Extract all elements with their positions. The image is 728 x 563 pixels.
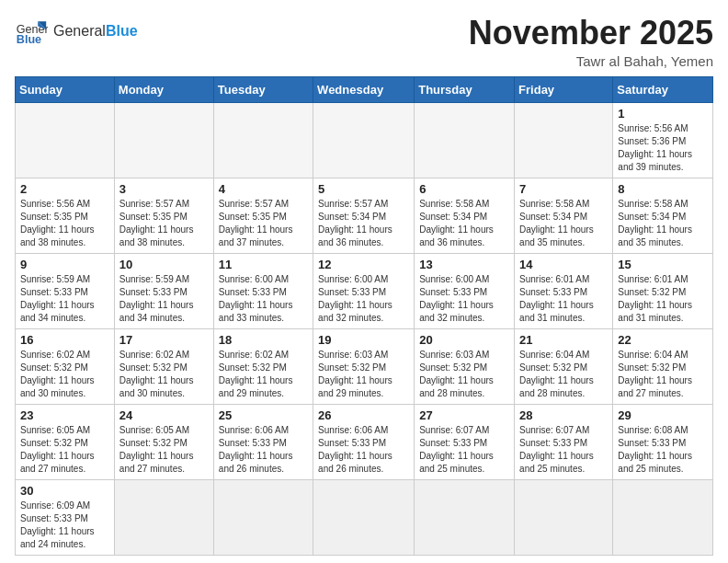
empty-cell: [415, 479, 515, 555]
logo-text: GeneralBlue: [53, 23, 138, 40]
day-18: 18 Sunrise: 6:02 AMSunset: 5:32 PMDaylig…: [213, 328, 313, 404]
day-22: 22 Sunrise: 6:04 AMSunset: 5:32 PMDaylig…: [613, 328, 713, 404]
day-24: 24 Sunrise: 6:05 AMSunset: 5:32 PMDaylig…: [114, 404, 213, 479]
day-27: 27 Sunrise: 6:07 AMSunset: 5:33 PMDaylig…: [415, 404, 515, 479]
empty-cell: [515, 479, 613, 555]
day-3: 3 Sunrise: 5:57 AMSunset: 5:35 PMDayligh…: [114, 178, 213, 253]
day-1: 1 Sunrise: 5:56 AMSunset: 5:36 PMDayligh…: [613, 102, 713, 178]
empty-cell: [16, 102, 115, 178]
day-13: 13 Sunrise: 6:00 AMSunset: 5:33 PMDaylig…: [415, 253, 515, 328]
day-21: 21 Sunrise: 6:04 AMSunset: 5:32 PMDaylig…: [515, 328, 613, 404]
empty-cell: [114, 102, 213, 178]
day-15: 15 Sunrise: 6:01 AMSunset: 5:32 PMDaylig…: [613, 253, 713, 328]
day-10: 10 Sunrise: 5:59 AMSunset: 5:33 PMDaylig…: [114, 253, 213, 328]
empty-cell: [613, 479, 713, 555]
empty-cell: [313, 102, 415, 178]
day-9: 9 Sunrise: 5:59 AMSunset: 5:33 PMDayligh…: [16, 253, 115, 328]
week-row-5: 23 Sunrise: 6:05 AMSunset: 5:32 PMDaylig…: [16, 404, 713, 479]
header-saturday: Saturday: [613, 76, 713, 102]
week-row-4: 16 Sunrise: 6:02 AMSunset: 5:32 PMDaylig…: [16, 328, 713, 404]
day-16: 16 Sunrise: 6:02 AMSunset: 5:32 PMDaylig…: [16, 328, 115, 404]
day-19: 19 Sunrise: 6:03 AMSunset: 5:32 PMDaylig…: [313, 328, 415, 404]
day-29: 29 Sunrise: 6:08 AMSunset: 5:33 PMDaylig…: [613, 404, 713, 479]
logo-icon: General Blue: [15, 15, 48, 48]
calendar-table: Sunday Monday Tuesday Wednesday Thursday…: [15, 76, 713, 556]
day-4: 4 Sunrise: 5:57 AMSunset: 5:35 PMDayligh…: [213, 178, 313, 253]
day-8: 8 Sunrise: 5:58 AMSunset: 5:34 PMDayligh…: [613, 178, 713, 253]
empty-cell: [415, 102, 515, 178]
header-friday: Friday: [515, 76, 613, 102]
svg-text:Blue: Blue: [17, 33, 41, 46]
day-30: 30 Sunrise: 6:09 AMSunset: 5:33 PMDaylig…: [16, 479, 115, 555]
day-23: 23 Sunrise: 6:05 AMSunset: 5:32 PMDaylig…: [16, 404, 115, 479]
logo: General Blue GeneralBlue: [15, 15, 138, 48]
day-20: 20 Sunrise: 6:03 AMSunset: 5:32 PMDaylig…: [415, 328, 515, 404]
day-17: 17 Sunrise: 6:02 AMSunset: 5:32 PMDaylig…: [114, 328, 213, 404]
week-row-6: 30 Sunrise: 6:09 AMSunset: 5:33 PMDaylig…: [16, 479, 713, 555]
month-title: November 2025: [469, 15, 713, 52]
week-row-1: 1 Sunrise: 5:56 AMSunset: 5:36 PMDayligh…: [16, 102, 713, 178]
empty-cell: [515, 102, 613, 178]
empty-cell: [213, 479, 313, 555]
weekday-header-row: Sunday Monday Tuesday Wednesday Thursday…: [16, 76, 713, 102]
page-header: General Blue GeneralBlue November 2025 T…: [15, 15, 713, 69]
header-sunday: Sunday: [16, 76, 115, 102]
header-thursday: Thursday: [415, 76, 515, 102]
week-row-3: 9 Sunrise: 5:59 AMSunset: 5:33 PMDayligh…: [16, 253, 713, 328]
day-6: 6 Sunrise: 5:58 AMSunset: 5:34 PMDayligh…: [415, 178, 515, 253]
day-28: 28 Sunrise: 6:07 AMSunset: 5:33 PMDaylig…: [515, 404, 613, 479]
day-7: 7 Sunrise: 5:58 AMSunset: 5:34 PMDayligh…: [515, 178, 613, 253]
day-12: 12 Sunrise: 6:00 AMSunset: 5:33 PMDaylig…: [313, 253, 415, 328]
location: Tawr al Bahah, Yemen: [469, 53, 713, 69]
week-row-2: 2 Sunrise: 5:56 AMSunset: 5:35 PMDayligh…: [16, 178, 713, 253]
header-wednesday: Wednesday: [313, 76, 415, 102]
header-tuesday: Tuesday: [213, 76, 313, 102]
day-11: 11 Sunrise: 6:00 AMSunset: 5:33 PMDaylig…: [213, 253, 313, 328]
header-monday: Monday: [114, 76, 213, 102]
day-25: 25 Sunrise: 6:06 AMSunset: 5:33 PMDaylig…: [213, 404, 313, 479]
day-5: 5 Sunrise: 5:57 AMSunset: 5:34 PMDayligh…: [313, 178, 415, 253]
empty-cell: [313, 479, 415, 555]
day-14: 14 Sunrise: 6:01 AMSunset: 5:33 PMDaylig…: [515, 253, 613, 328]
empty-cell: [213, 102, 313, 178]
title-area: November 2025 Tawr al Bahah, Yemen: [469, 15, 713, 69]
day-2: 2 Sunrise: 5:56 AMSunset: 5:35 PMDayligh…: [16, 178, 115, 253]
day-26: 26 Sunrise: 6:06 AMSunset: 5:33 PMDaylig…: [313, 404, 415, 479]
empty-cell: [114, 479, 213, 555]
